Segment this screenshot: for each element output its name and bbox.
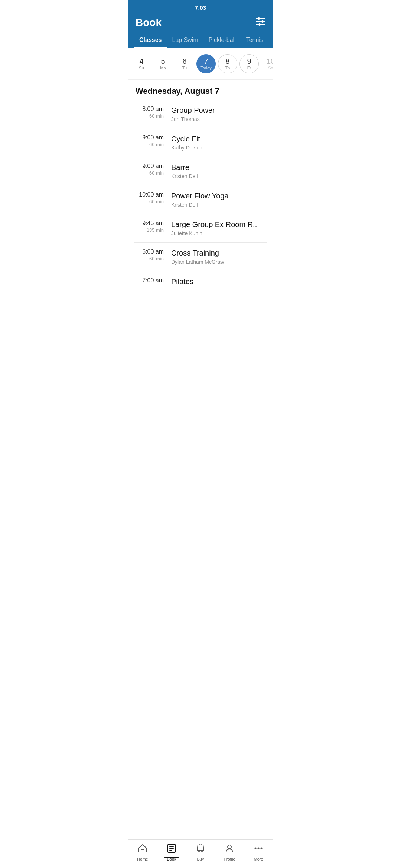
svg-point-4: [261, 20, 264, 23]
filter-icon[interactable]: [256, 17, 265, 28]
page-title: Book: [136, 17, 162, 29]
tab-classes[interactable]: Classes: [134, 33, 167, 48]
date-7-today[interactable]: 7 Today: [196, 54, 216, 73]
class-item-cross-training[interactable]: 6:00 am 60 min Cross Training Dylan Lath…: [134, 243, 267, 271]
header: Book: [128, 14, 273, 33]
date-6-tu[interactable]: 6 Tu: [175, 54, 194, 73]
tab-tennis[interactable]: Tennis: [241, 33, 268, 48]
class-item-barre[interactable]: 9:00 am 60 min Barre Kristen Dell: [134, 157, 267, 185]
class-item-group-power[interactable]: 8:00 am 60 min Group Power Jen Thomas: [134, 100, 267, 128]
content-area: 4 Su 5 Mo 6 Tu 7 Today 8 Th 9 Fr 10 Sa W…: [128, 48, 273, 323]
category-tabs: Classes Lap Swim Pickle-ball Tennis Cl: [128, 33, 273, 48]
date-4-su[interactable]: 4 Su: [132, 54, 151, 73]
tab-more-categories[interactable]: Cl: [268, 33, 273, 48]
class-item-large-group-ex[interactable]: 9:45 am 135 min Large Group Ex Room R...…: [134, 214, 267, 243]
date-8-th[interactable]: 8 Th: [218, 54, 237, 73]
tab-pickleball[interactable]: Pickle-ball: [203, 33, 241, 48]
status-time: 7:03: [195, 4, 206, 11]
date-10-sa[interactable]: 10 Sa: [261, 54, 273, 73]
date-heading: Wednesday, August 7: [128, 80, 273, 100]
date-9-fr[interactable]: 9 Fr: [239, 54, 259, 73]
svg-point-3: [258, 17, 260, 20]
class-item-cycle-fit[interactable]: 9:00 am 60 min Cycle Fit Kathy Dotson: [134, 128, 267, 157]
class-item-power-flow-yoga[interactable]: 10:00 am 60 min Power Flow Yoga Kristen …: [134, 185, 267, 214]
date-5-mo[interactable]: 5 Mo: [153, 54, 173, 73]
tab-lapswim[interactable]: Lap Swim: [167, 33, 203, 48]
svg-point-5: [258, 23, 261, 26]
class-list: 8:00 am 60 min Group Power Jen Thomas 9:…: [128, 100, 273, 293]
status-bar: 7:03: [128, 0, 273, 14]
class-item-pilates[interactable]: 7:00 am Pilates: [134, 271, 267, 293]
date-picker: 4 Su 5 Mo 6 Tu 7 Today 8 Th 9 Fr 10 Sa: [128, 48, 273, 80]
